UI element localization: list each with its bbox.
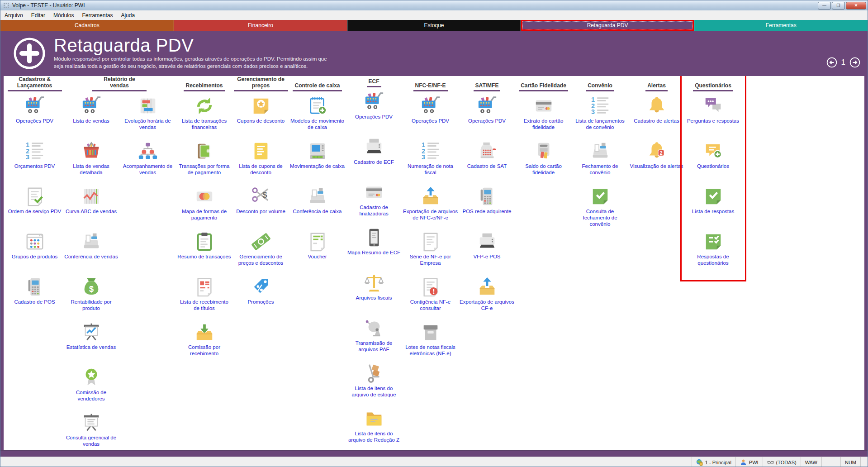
launcher-item-extrato-do-cartao-fidelidade[interactable]: Extrato do cartão fidelidade [515,92,572,138]
coins-icon [194,186,215,207]
launcher-item-cadastro-de-pos[interactable]: Cadastro de POS [6,273,63,319]
launcher-item-operacoes-pdv[interactable]: Operações PDV [6,92,63,138]
launcher-item-exportacao-de-arquivos-de-nfc-e-nf-e[interactable]: Exportação de arquivos de NFC-e/NF-e [402,183,459,228]
item-label: Transmissão de arquivos PAF [346,340,402,353]
launcher-item-gerenciamento-de-precos-e-descontos[interactable]: Gerenciamento de preços e descontos [232,228,289,273]
title-bar: Volpe - TESTE - Usuário: PWI — ❐ ✕ [0,0,868,10]
previous-page-button[interactable] [826,57,837,68]
item-label: Promoções [247,299,274,305]
launcher-item-consulta-gerencial-de-vendas[interactable]: Consulta gerencial de vendas [63,409,119,450]
launcher-item-lista-de-recebimento-de-titulos[interactable]: Lista de recebimento de títulos [176,273,232,319]
launcher-item-exportacao-de-arquivos-cf-e[interactable]: Exportação de arquivos CF-e [459,273,515,319]
tab-retaguarda-pdv[interactable]: Retaguarda PDV [521,20,695,31]
launcher-item-consulta-de-fechamento-de-convenio[interactable]: Consulta de fechamento de convênio [572,183,628,228]
launcher-item-lista-de-lancamentos-de-convenio[interactable]: 123Lista de lançamentos de convênio [572,92,628,138]
launcher-item-voucher[interactable]: Voucher [289,228,346,273]
page-title: Retaguarda PDV [54,35,337,55]
menu-modulos[interactable]: Módulos [49,11,78,19]
doc-red-icon [194,276,215,297]
pager: 1 [826,57,860,68]
launcher-item-operacoes-pdv[interactable]: Operações PDV [402,92,459,138]
glasses-icon [767,459,774,466]
launcher-item-estatistica-de-vendas[interactable]: Estatística de vendas [63,319,119,364]
item-label: Comissão por recebimento [177,344,232,357]
launcher-item-arquivos-fiscais[interactable]: Arquivos fiscais [346,269,402,315]
menu-ferramentas[interactable]: Ferramentas [78,11,117,19]
launcher-item-conferencia-de-caixa[interactable]: Conferência de caixa [289,183,346,228]
item-label: Lista de respostas [692,208,734,214]
launcher-item-fechamento-de-convenio[interactable]: Fechamento de convênio [572,138,628,183]
launcher-item-lista-de-vendas-detalhada[interactable]: Lista de vendas detalhada [63,138,119,183]
minimize-button[interactable]: — [818,2,831,10]
launcher-item-lotes-de-notas-fiscais-eletronicas-nf-e[interactable]: Lotes de notas fiscais eletrônicas (NF-e… [402,319,459,364]
tab-ferramentas[interactable]: Ferramentas [694,20,868,31]
launcher-item-lista-de-cupons-de-desconto[interactable]: Lista de cupons de desconto [232,138,289,183]
launcher-item-vfp-e-pos[interactable]: VFP-e POS [459,228,515,273]
category-title: Gerenciamento de preços [234,76,288,91]
tab-label: Financeiro [248,22,273,29]
launcher-item-comissao-de-vendedores[interactable]: Comissão de vendedores [63,364,119,409]
launcher-item-acompanhamento-de-vendas[interactable]: Acompanhamento de vendas [119,138,176,183]
launcher-item-orcamentos-pdv[interactable]: 123Orçamentos PDV [6,138,63,183]
launcher-item-operacoes-pdv[interactable]: Operações PDV [346,88,402,133]
tab-estoque[interactable]: Estoque [347,20,521,31]
clipboard-icon [194,231,215,252]
resize-grip[interactable] [860,457,868,467]
launcher-item-serie-de-nf-e-por-empresa[interactable]: Série de NF-e por Empresa [402,228,459,273]
launcher-item-movimentacao-de-caixa[interactable]: Movimentação de caixa [289,138,346,183]
launcher-item-promocoes[interactable]: Promoções [232,273,289,319]
launcher-item-resumo-de-transacoes[interactable]: Resumo de transações [176,228,232,273]
launcher-item-numeracao-de-nota-fiscal[interactable]: 123Numeração de nota fiscal [402,138,459,183]
item-label: Desconto por volume [236,208,285,214]
launcher-item-lista-de-itens-do-arquivo-de-estoque[interactable]: Lista de itens do arquivo de estoque [346,360,402,405]
launcher-item-cadastro-de-sat[interactable]: Cadastro de SAT [459,138,515,183]
launcher-item-questionarios[interactable]: Questionários [685,138,741,183]
launcher-item-mapa-de-formas-de-pagamento[interactable]: Mapa de formas de pagamento [176,183,232,228]
menu-editar[interactable]: Editar [27,11,49,19]
launcher-item-modelos-de-movimento-de-caixa[interactable]: Modelos de movimento de caixa [289,92,346,138]
card-reader-icon [533,141,554,162]
item-label: Perguntas e respostas [687,118,739,124]
launcher-item-saldo-do-cartao-fidelidade[interactable]: Saldo do cartão fidelidade [515,138,572,183]
launcher-item-contigencia-nf-e-consultar[interactable]: Contigência NF-e consultar [402,273,459,319]
launcher-item-desconto-por-volume[interactable]: $Desconto por volume [232,183,289,228]
launcher-item-transmissao-de-arquivos-paf[interactable]: Transmissão de arquivos PAF [346,315,402,360]
handtruck-icon [364,363,384,384]
launcher-item-respostas-de-questionarios[interactable]: Respostas de questionários [685,228,741,273]
launcher-item-cadastro-de-finalizadoras[interactable]: Cadastro de finalizadoras [346,179,402,224]
launcher-item-perguntas-e-respostas[interactable]: Perguntas e respostas [685,92,741,138]
launcher-item-ordem-de-servico-pdv[interactable]: Ordem de serviço PDV [6,183,63,228]
launcher-item-evolucao-horaria-de-vendas[interactable]: Evolução horária de vendas [119,92,176,138]
launcher-item-mapa-resumo-de-ecf[interactable]: Mapa Resumo de ECF [346,224,402,269]
status-todas: (TODAS) [763,457,801,467]
notepad-plus-icon [307,95,328,116]
menu-arquivo[interactable]: Arquivo [0,11,27,19]
item-label: Mapa de formas de pagamento [177,208,232,221]
launcher-item-visualizacao-de-alertas[interactable]: 2Visualização de alertas [628,138,685,183]
launcher-item-cadastro-de-alertas[interactable]: Cadastro de alertas [628,92,685,138]
launcher-item-grupos-de-produtos[interactable]: Grupos de produtos [6,228,63,273]
launcher-item-curva-abc-de-vendas[interactable]: Curva ABC de vendas [63,183,119,228]
tab-cadastros[interactable]: Cadastros [0,20,174,31]
next-page-button[interactable] [849,57,860,68]
launcher-item-lista-de-respostas[interactable]: Lista de respostas [685,183,741,228]
launcher-item-lista-de-itens-do-arquivo-de-reducao-z[interactable]: Lista de itens do arquivo de Redução Z [346,405,402,450]
launcher-item-cupons-de-desconto[interactable]: Cupons de desconto [232,92,289,138]
tab-financeiro[interactable]: Financeiro [174,20,348,31]
launcher-item-rentabilidade-por-produto[interactable]: $Rentabilidade por produto [63,273,119,319]
launcher-item-pos-rede-adquirente[interactable]: POS rede adquirente [459,183,515,228]
launcher-item-comissao-por-recebimento[interactable]: Comissão por recebimento [176,319,232,364]
status-pwi: PWI [735,457,763,467]
category-title: Convênio [586,83,614,91]
menu-ajuda[interactable]: Ajuda [117,11,139,19]
launcher-item-cadastro-de-ecf[interactable]: Cadastro de ECF [346,133,402,179]
launcher-item-operacoes-pdv[interactable]: Operações PDV [459,92,515,138]
launcher-item-lista-de-vendas[interactable]: Lista de vendas [63,92,119,138]
category-title: Cadastros & Lançamentos [8,76,62,91]
restore-button[interactable]: ❐ [832,2,845,10]
money-bag-icon: $ [81,276,102,297]
close-button[interactable]: ✕ [846,2,866,10]
launcher-item-transacoes-por-forma-de-pagamento[interactable]: Transações por forma de pagamento [176,138,232,183]
launcher-item-conferencia-de-vendas[interactable]: Conferência de vendas [63,228,119,273]
launcher-item-lista-de-transacoes-financeiras[interactable]: Lista de transações financeiras [176,92,232,138]
